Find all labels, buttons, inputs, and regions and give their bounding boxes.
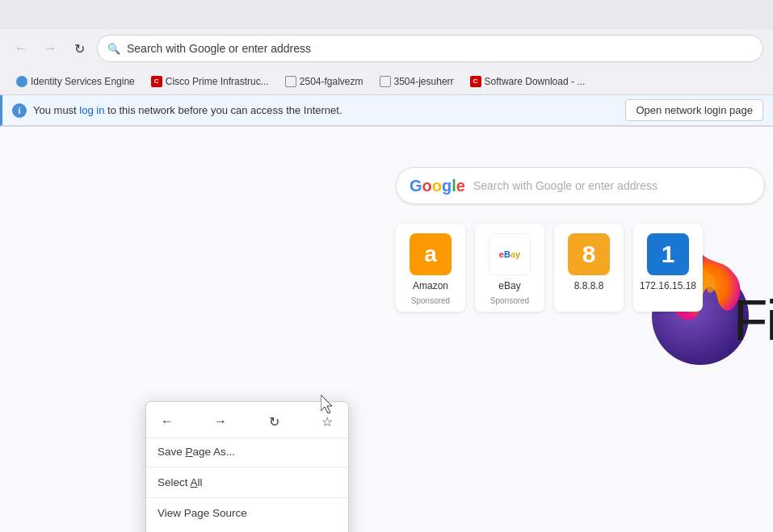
shortcut-amazon[interactable]: a Amazon Sponsored [396,224,465,312]
network-icon: 1 [647,233,689,275]
back-icon: ← [15,41,27,56]
context-menu-select-all[interactable]: Select All [146,469,348,496]
bookmark-cisco[interactable]: C Cisco Prime Infrastruc... [145,73,275,90]
address-bar[interactable]: 🔍 Search with Google or enter address [97,35,763,62]
ebay-icon: eBay [489,233,531,275]
ctx-back-button[interactable]: ← [156,410,179,433]
page-search-placeholder: Search with Google or enter address [473,179,657,192]
bookmark-3504[interactable]: 3504-jesuherr [373,73,460,90]
ebay-label: eBay [498,280,520,291]
main-content: Fi Google Search with Google or enter ad… [0,127,773,532]
bookmark-favicon-cisco: C [151,76,162,87]
tab-bar [0,0,773,29]
bookmark-favicon-3504 [380,76,391,87]
context-menu-save-page[interactable]: Save Page As... [146,438,348,465]
bookmark-favicon-2504 [285,76,296,87]
bookmark-label-ise: Identity Services Engine [31,76,135,87]
bookmark-favicon-software: C [470,76,481,87]
page-search-bar[interactable]: Google Search with Google or enter addre… [396,167,765,204]
refresh-icon: ↻ [74,41,85,57]
google-logo: Google [410,177,465,195]
context-menu-view-source[interactable]: View Page Source [146,500,348,526]
shortcut-8888[interactable]: 8 8.8.8.8 [554,224,624,312]
ctx-forward-button[interactable]: → [209,410,232,433]
bookmark-2504[interactable]: 2504-fgalvezm [279,73,370,90]
ctx-back-icon: ← [161,414,174,429]
bookmark-label-2504: 2504-fgalvezm [300,76,363,87]
bookmark-favicon-ise [16,76,27,87]
ctx-refresh-icon: ↻ [269,414,279,429]
amazon-icon: a [410,233,452,275]
bookmark-label-cisco: Cisco Prime Infrastruc... [166,76,269,87]
open-network-login-button[interactable]: Open network login page [625,99,763,121]
address-text: Search with Google or enter address [127,42,311,55]
ctx-divider-2 [146,497,348,498]
info-bar-text: You must log in to this network before y… [33,104,619,116]
nav-bar: ← → ↻ 🔍 Search with Google or enter addr… [0,29,773,68]
network-label: 172.16.15.18 [640,280,696,291]
firefox-brand-text: Fi [733,288,773,353]
bookmark-software[interactable]: C Software Download - ... [464,73,592,90]
context-menu-inspect-accessibility[interactable]: Inspect Accessibility Properties [146,526,348,532]
shortcuts-grid: a Amazon Sponsored eBay eBay Sponsored 8… [396,224,703,312]
back-button[interactable]: ← [10,37,32,60]
info-icon: i [12,103,27,118]
context-menu: ← → ↻ ☆ Save Page As... Select All View … [145,401,349,532]
dns-label: 8.8.8.8 [574,280,604,291]
amazon-sublabel: Sponsored [411,296,450,305]
ctx-divider-1 [146,467,348,467]
login-link[interactable]: log in [79,104,104,116]
view-source-label: View Page Source [158,507,247,519]
search-icon: 🔍 [107,43,120,55]
ebay-sublabel: Sponsored [490,296,529,305]
browser-chrome: ← → ↻ 🔍 Search with Google or enter addr… [0,0,773,127]
context-menu-nav: ← → ↻ ☆ [146,405,348,438]
dns-icon: 8 [568,233,610,275]
refresh-button[interactable]: ↻ [68,37,90,60]
cursor [321,395,337,417]
bookmarks-bar: Identity Services Engine C Cisco Prime I… [0,68,773,95]
ctx-refresh-button[interactable]: ↻ [263,410,285,433]
shortcut-ebay[interactable]: eBay eBay Sponsored [475,224,544,312]
bookmark-ise[interactable]: Identity Services Engine [10,73,141,90]
bookmark-label-3504: 3504-jesuherr [394,76,454,87]
shortcut-172[interactable]: 1 172.16.15.18 [633,224,703,312]
select-all-label: Select All [158,476,203,488]
save-page-label: Save Page As... [158,446,235,458]
amazon-label: Amazon [413,280,448,291]
bookmark-label-software: Software Download - ... [485,76,586,87]
info-bar: i You must log in to this network before… [0,95,773,126]
forward-button[interactable]: → [39,37,61,60]
ctx-forward-icon: → [214,414,227,429]
forward-icon: → [44,41,57,56]
